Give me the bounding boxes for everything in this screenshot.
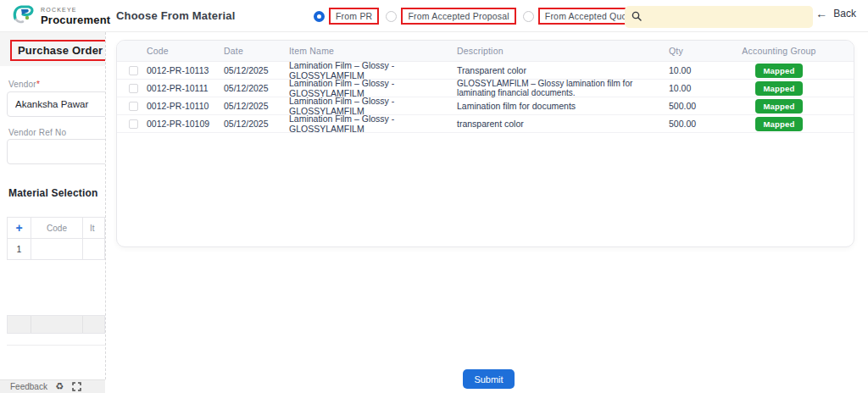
cell-date: 05/12/2025	[224, 101, 289, 111]
material-table-header: + Code It	[8, 218, 104, 239]
material-table-row[interactable]: 1	[8, 239, 104, 260]
vendor-ref-field[interactable]	[7, 139, 105, 164]
table-row[interactable]: 0012-PR-10109 05/12/2025 Lamination Film…	[117, 115, 854, 133]
cell-description: Lamination film for documents	[457, 101, 669, 111]
page-title-band: Purchase Order	[0, 32, 105, 66]
feedback-label[interactable]: Feedback	[10, 382, 47, 391]
brand-text: ROCKEYE Procurement	[41, 7, 110, 25]
cell-code: 0012-PR-10110	[147, 101, 224, 111]
header-qty: Qty	[669, 46, 737, 56]
choose-from-material-label: Choose From Material	[116, 9, 236, 22]
radio-label-from-pr[interactable]: From PR	[329, 8, 379, 25]
cell-item-name: Lamination Film – Glossy - GLOSSYLAMFILM	[289, 113, 457, 134]
table-row[interactable]: 0012-PR-10113 05/12/2025 Lamination Film…	[117, 62, 854, 80]
material-selection-table: + Code It 1	[7, 217, 105, 260]
material-row-index: 1	[8, 239, 31, 259]
material-table-footer	[7, 315, 105, 334]
search-icon	[632, 9, 642, 25]
material-col-item: It	[83, 224, 104, 233]
cell-date: 05/12/2025	[224, 83, 289, 93]
cell-description: transparent color	[457, 119, 669, 129]
vendor-label: Vendor*	[8, 80, 40, 89]
cell-qty: 10.00	[669, 83, 737, 93]
mapped-badge: Mapped	[755, 99, 802, 113]
cell-qty: 500.00	[669, 101, 737, 111]
cell-qty: 10.00	[669, 65, 737, 75]
choose-material-modal: Code Date Item Name Description Qty Acco…	[106, 32, 868, 393]
brand-name: ROCKEYE	[41, 7, 110, 13]
page-title: Purchase Order	[10, 40, 105, 61]
modal-left-dashed-edge	[105, 32, 106, 379]
row-checkbox[interactable]	[129, 66, 138, 75]
radio-from-pr[interactable]	[314, 11, 325, 22]
vendor-field[interactable]	[7, 91, 105, 117]
row-checkbox[interactable]	[129, 102, 138, 111]
back-button[interactable]: ← Back	[815, 8, 856, 19]
row-checkbox[interactable]	[129, 84, 138, 93]
mapped-badge: Mapped	[755, 81, 802, 96]
cell-code: 0012-PR-10113	[147, 65, 224, 75]
brand-product: Procurement	[41, 14, 110, 25]
modal-header: Choose From Material From PR From Accept…	[106, 0, 868, 32]
feedback-bar: Feedback ♻	[0, 379, 105, 393]
table-header-row: Code Date Item Name Description Qty Acco…	[117, 41, 854, 62]
app-root: ROCKEYE Procurement Choose From Material…	[0, 0, 868, 393]
cell-code: 0012-PR-10111	[147, 83, 224, 93]
pr-items-table: Code Date Item Name Description Qty Acco…	[116, 40, 854, 247]
mapped-badge: Mapped	[755, 64, 802, 78]
radio-from-accepted-proposal[interactable]	[386, 11, 397, 22]
radio-label-from-accepted-proposal[interactable]: From Accepted Proposal	[401, 8, 515, 25]
search-input[interactable]	[647, 12, 806, 22]
back-arrow-icon: ←	[815, 8, 827, 19]
cell-description: Transparent color	[457, 65, 669, 75]
rockeye-logo-icon	[10, 2, 36, 30]
header-accounting-group: Accounting Group	[737, 46, 821, 56]
back-label: Back	[833, 8, 856, 19]
add-row-button[interactable]: +	[8, 218, 31, 238]
cell-date: 05/12/2025	[224, 119, 289, 129]
header-code: Code	[147, 46, 224, 56]
vendor-label-text: Vendor	[8, 80, 36, 89]
header-date: Date	[224, 46, 289, 56]
required-asterisk: *	[36, 80, 40, 89]
purchase-order-sidebar: Purchase Order Vendor* Vendor Ref No Mat…	[0, 32, 105, 379]
radio-from-accepted-quotation[interactable]	[523, 11, 534, 22]
material-footer-cell	[8, 316, 31, 333]
cell-description: GLOSSYLAMFILM – Glossy lamination film f…	[457, 79, 669, 98]
table-row[interactable]: 0012-PR-10111 05/12/2025 Lamination Film…	[117, 80, 854, 97]
fullscreen-icon[interactable]	[72, 382, 81, 391]
material-table-subrow	[7, 334, 105, 346]
mapped-badge: Mapped	[755, 117, 802, 131]
search-box[interactable]	[625, 6, 813, 28]
material-footer-cell	[31, 316, 83, 333]
cell-date: 05/12/2025	[224, 65, 289, 75]
header-description: Description	[457, 46, 669, 56]
cell-qty: 500.00	[669, 119, 737, 129]
recycle-icon[interactable]: ♻	[55, 382, 64, 391]
source-radio-group: From PR From Accepted Proposal From Acce…	[314, 0, 663, 32]
row-checkbox[interactable]	[129, 119, 138, 129]
material-row-code-cell[interactable]	[31, 239, 83, 259]
submit-button[interactable]: Submit	[463, 369, 515, 389]
top-bar: ROCKEYE Procurement Choose From Material…	[0, 0, 868, 32]
material-col-code: Code	[31, 218, 83, 238]
cell-code: 0012-PR-10109	[147, 119, 224, 129]
header-item-name: Item Name	[289, 46, 457, 56]
material-selection-title: Material Selection	[8, 187, 98, 199]
brand-logo: ROCKEYE Procurement	[10, 3, 108, 30]
vendor-ref-label: Vendor Ref No	[8, 128, 66, 137]
table-row[interactable]: 0012-PR-10110 05/12/2025 Lamination Film…	[117, 97, 854, 115]
